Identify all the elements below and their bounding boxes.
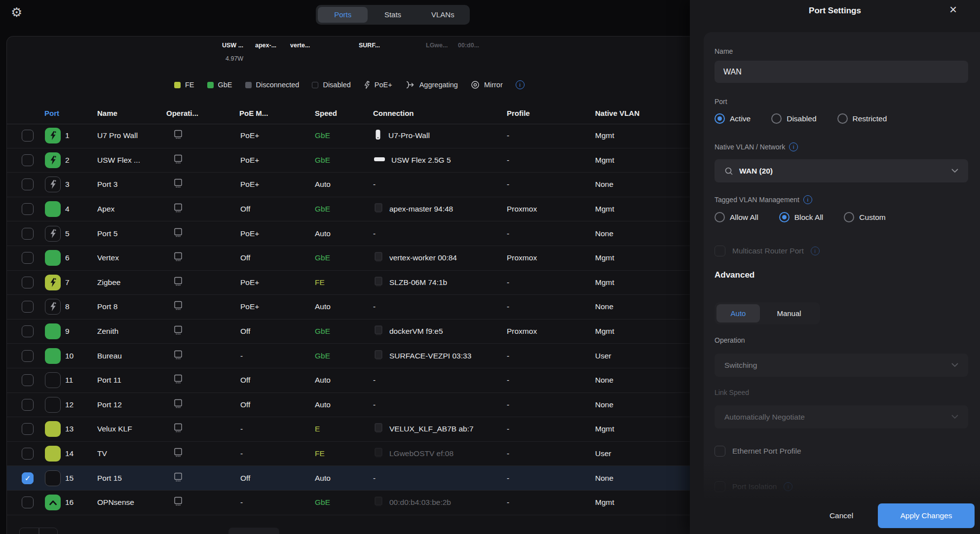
server-device-icon [373, 202, 384, 216]
row-checkbox[interactable] [22, 497, 34, 508]
row-checkbox[interactable] [22, 423, 34, 435]
mode-auto-button[interactable]: Auto [716, 304, 760, 322]
native-vlan-value: Mgmt [595, 205, 614, 214]
server-icon [373, 422, 384, 434]
port-name: Zigbee [97, 278, 120, 287]
pagination-next-button[interactable] [39, 528, 58, 534]
pagination-prev-button[interactable] [19, 528, 39, 534]
radio-active[interactable]: Active [715, 113, 751, 124]
poe-mode-value: Off [240, 205, 250, 214]
native-vlan-select[interactable]: WAN (20) [715, 159, 968, 182]
apply-changes-button[interactable]: Apply Changes [878, 503, 975, 528]
port-status-cell [45, 250, 61, 266]
tab-vlans[interactable]: VLANs [418, 7, 468, 23]
row-checkbox[interactable] [22, 325, 34, 337]
operation-device-cell [172, 447, 184, 461]
table-row-port-4[interactable]: 4ApexOffGbEapex-master 94:48ProxmoxMgmt [7, 197, 698, 222]
port-device-label: 00:d0... [458, 42, 479, 49]
table-row-port-5[interactable]: 5Port 5PoE+Auto--None [7, 221, 698, 246]
tab-ports[interactable]: Ports [318, 7, 368, 23]
name-input[interactable]: WAN [715, 61, 968, 83]
header-speed[interactable]: Speed [315, 109, 337, 117]
ethernet-port-profile-checkbox[interactable] [715, 446, 725, 457]
native-vlan-info-icon[interactable]: i [789, 142, 798, 151]
row-checkbox-cell [22, 130, 34, 142]
header-name[interactable]: Name [97, 109, 117, 117]
header-poe-mode[interactable]: PoE M... [239, 109, 268, 117]
radio-allow-all[interactable]: Allow All [715, 212, 758, 222]
radio-block-all[interactable]: Block All [779, 212, 824, 222]
tab-stats[interactable]: Stats [368, 7, 417, 23]
row-checkbox[interactable] [22, 301, 34, 313]
radio-restricted[interactable]: Restricted [837, 113, 887, 124]
row-checkbox[interactable] [22, 203, 34, 215]
multicast-router-port-row: Multicast Router Port i [715, 246, 820, 256]
poe-mode-value: Off [240, 400, 250, 409]
table-row-port-13[interactable]: 13Velux KLF-EVELUX_KLF_AB7B ab:7-Mgmt [7, 417, 698, 442]
ports-panel: USW ... apex-... verte... SURF... LGwe..… [6, 36, 698, 534]
port-status-icon [45, 397, 61, 413]
native-vlan-value: None [595, 376, 613, 385]
row-checkbox[interactable] [22, 154, 34, 166]
native-vlan-value: Mgmt [595, 278, 614, 287]
mode-manual-button[interactable]: Manual [760, 304, 818, 322]
row-checkbox[interactable] [22, 350, 34, 362]
profile-value: - [507, 474, 509, 483]
connection-name: vertex-worker 00:84 [389, 253, 457, 262]
header-operation[interactable]: Operati... [166, 109, 198, 117]
table-row-port-2[interactable]: 2USW Flex ...PoE+GbEUSW Flex 2.5G 5-Mgmt [7, 148, 698, 173]
port-status-cell [45, 201, 61, 217]
legend-gbe: GbE [207, 81, 232, 89]
multicast-info-icon[interactable]: i [811, 247, 820, 255]
port-name: Bureau [97, 352, 122, 360]
operation-select[interactable]: Switching [715, 354, 968, 377]
settings-gear-icon[interactable]: ⚙ [11, 6, 22, 19]
header-native-vlan[interactable]: Native VLAN [595, 109, 640, 117]
header-connection[interactable]: Connection [373, 109, 414, 117]
tagged-vlan-info-icon[interactable]: i [803, 195, 812, 204]
row-checkbox[interactable] [22, 228, 34, 240]
row-checkbox[interactable] [22, 374, 34, 386]
view-tab-bar: Ports Stats VLANs [316, 5, 470, 25]
connection-name: apex-master 94:48 [389, 205, 453, 214]
port-device-label: SURF... [359, 42, 380, 49]
table-row-port-10[interactable]: 10Bureau-GbESURFACE-VEZPI 03:33-User [7, 344, 698, 368]
table-row-port-16[interactable]: 16OPNsense-GbE00:d0:b4:03:be:2b-Mgmt [7, 491, 698, 515]
radio-custom[interactable]: Custom [844, 212, 885, 222]
port-name: Port 12 [97, 400, 122, 409]
operation-label: Operation [715, 336, 745, 344]
poe-bolt-icon [364, 81, 370, 89]
row-checkbox[interactable] [22, 252, 34, 264]
table-row-port-1[interactable]: 1U7 Pro WallPoE+GbEU7-Pro-Wall-Mgmt [7, 124, 698, 148]
connection-name: - [373, 229, 376, 238]
row-checkbox[interactable] [22, 277, 34, 288]
row-checkbox[interactable]: ✓ [22, 472, 34, 484]
header-port[interactable]: Port [44, 109, 59, 117]
table-row-port-14[interactable]: 14TV-FELGwebOSTV ef:08-User [7, 442, 698, 466]
table-row-port-7[interactable]: 7ZigbeePoE+FESLZB-06M 74:1b-Mgmt [7, 271, 698, 295]
multicast-router-port-checkbox[interactable] [715, 246, 725, 256]
table-row-port-6[interactable]: 6VertexOffGbEvertex-worker 00:84ProxmoxM… [7, 246, 698, 271]
port-name: Port 15 [97, 474, 122, 483]
cancel-button[interactable]: Cancel [814, 503, 868, 528]
table-row-port-12[interactable]: 12Port 12OffAuto--None [7, 393, 698, 418]
table-row-port-3[interactable]: 3Port 3PoE+Auto--None [7, 173, 698, 197]
link-speed-select[interactable]: Automatically Negotiate [715, 405, 968, 428]
row-checkbox[interactable] [22, 448, 34, 460]
operation-device-cell [172, 153, 184, 167]
table-row-port-11[interactable]: 11Port 11OffAuto--None [7, 368, 698, 393]
close-icon[interactable]: × [949, 3, 957, 16]
poe-mode-value: PoE+ [240, 229, 259, 238]
header-profile[interactable]: Profile [507, 109, 530, 117]
connection-name: - [373, 400, 376, 409]
table-row-port-15[interactable]: ✓15Port 15OffAuto--None [7, 466, 698, 491]
legend-info-icon[interactable]: i [516, 80, 525, 89]
row-checkbox[interactable] [22, 399, 34, 411]
table-row-port-9[interactable]: 9ZenithOffGbEdockerVM f9:e5ProxmoxMgmt [7, 320, 698, 344]
row-checkbox[interactable] [22, 130, 34, 142]
connection-cell: - [373, 400, 376, 409]
radio-disabled[interactable]: Disabled [771, 113, 816, 124]
page-size-button[interactable] [228, 528, 279, 534]
table-row-port-8[interactable]: 8Port 8PoE+Auto--None [7, 295, 698, 320]
row-checkbox[interactable] [22, 178, 34, 190]
